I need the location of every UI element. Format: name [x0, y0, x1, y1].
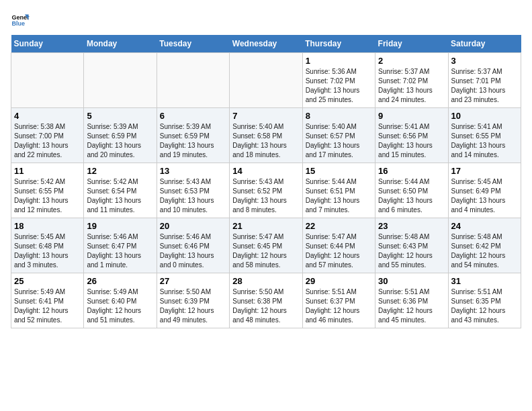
day-info: Sunrise: 5:51 AM Sunset: 6:37 PM Dayligh… — [306, 287, 372, 325]
day-info: Sunrise: 5:40 AM Sunset: 6:58 PM Dayligh… — [232, 122, 299, 160]
day-info: Sunrise: 5:43 AM Sunset: 6:52 PM Dayligh… — [232, 177, 299, 215]
calendar-cell: 8Sunrise: 5:40 AM Sunset: 6:57 PM Daylig… — [302, 108, 375, 163]
weekday-header-wednesday: Wednesday — [230, 35, 302, 53]
day-number: 10 — [451, 111, 518, 121]
day-info: Sunrise: 5:42 AM Sunset: 6:55 PM Dayligh… — [14, 177, 81, 215]
day-number: 30 — [378, 276, 445, 286]
day-number: 6 — [160, 111, 226, 121]
calendar-table: SundayMondayTuesdayWednesdayThursdayFrid… — [11, 35, 521, 328]
calendar-cell: 7Sunrise: 5:40 AM Sunset: 6:58 PM Daylig… — [230, 108, 302, 163]
calendar-cell: 23Sunrise: 5:48 AM Sunset: 6:43 PM Dayli… — [375, 218, 448, 273]
weekday-header-thursday: Thursday — [302, 35, 375, 53]
calendar-cell: 26Sunrise: 5:49 AM Sunset: 6:40 PM Dayli… — [84, 273, 157, 328]
logo-icon: General Blue — [11, 11, 30, 30]
day-number: 11 — [14, 166, 81, 176]
calendar-cell: 18Sunrise: 5:45 AM Sunset: 6:48 PM Dayli… — [11, 218, 84, 273]
day-number: 13 — [160, 166, 226, 176]
day-info: Sunrise: 5:38 AM Sunset: 7:00 PM Dayligh… — [14, 122, 81, 160]
day-info: Sunrise: 5:45 AM Sunset: 6:48 PM Dayligh… — [14, 232, 81, 270]
day-info: Sunrise: 5:36 AM Sunset: 7:02 PM Dayligh… — [306, 67, 372, 105]
calendar-cell: 30Sunrise: 5:51 AM Sunset: 6:36 PM Dayli… — [375, 273, 448, 328]
calendar-week-row: 4Sunrise: 5:38 AM Sunset: 7:00 PM Daylig… — [11, 108, 521, 163]
day-number: 27 — [160, 276, 226, 286]
calendar-cell: 3Sunrise: 5:37 AM Sunset: 7:01 PM Daylig… — [448, 53, 521, 108]
day-info: Sunrise: 5:39 AM Sunset: 6:59 PM Dayligh… — [160, 122, 226, 160]
day-number: 14 — [232, 166, 299, 176]
calendar-cell: 13Sunrise: 5:43 AM Sunset: 6:53 PM Dayli… — [157, 163, 229, 218]
day-info: Sunrise: 5:51 AM Sunset: 6:36 PM Dayligh… — [378, 287, 445, 325]
day-info: Sunrise: 5:46 AM Sunset: 6:47 PM Dayligh… — [87, 232, 153, 270]
day-info: Sunrise: 5:48 AM Sunset: 6:43 PM Dayligh… — [378, 232, 445, 270]
day-number: 1 — [306, 56, 372, 66]
day-number: 23 — [378, 221, 445, 231]
calendar-cell — [230, 53, 302, 108]
day-info: Sunrise: 5:39 AM Sunset: 6:59 PM Dayligh… — [87, 122, 153, 160]
day-info: Sunrise: 5:46 AM Sunset: 6:46 PM Dayligh… — [160, 232, 226, 270]
calendar-cell — [11, 53, 84, 108]
calendar-cell: 29Sunrise: 5:51 AM Sunset: 6:37 PM Dayli… — [302, 273, 375, 328]
day-number: 24 — [451, 221, 518, 231]
day-number: 28 — [232, 276, 299, 286]
calendar-cell: 9Sunrise: 5:41 AM Sunset: 6:56 PM Daylig… — [375, 108, 448, 163]
day-number: 29 — [306, 276, 372, 286]
day-number: 20 — [160, 221, 226, 231]
calendar-cell: 12Sunrise: 5:42 AM Sunset: 6:54 PM Dayli… — [84, 163, 157, 218]
calendar-cell: 19Sunrise: 5:46 AM Sunset: 6:47 PM Dayli… — [84, 218, 157, 273]
day-info: Sunrise: 5:50 AM Sunset: 6:39 PM Dayligh… — [160, 287, 226, 325]
calendar-header: SundayMondayTuesdayWednesdayThursdayFrid… — [11, 35, 521, 53]
calendar-cell: 11Sunrise: 5:42 AM Sunset: 6:55 PM Dayli… — [11, 163, 84, 218]
calendar-cell: 4Sunrise: 5:38 AM Sunset: 7:00 PM Daylig… — [11, 108, 84, 163]
day-number: 19 — [87, 221, 153, 231]
calendar-week-row: 18Sunrise: 5:45 AM Sunset: 6:48 PM Dayli… — [11, 218, 521, 273]
calendar-cell — [157, 53, 229, 108]
calendar-week-row: 25Sunrise: 5:49 AM Sunset: 6:41 PM Dayli… — [11, 273, 521, 328]
calendar-cell: 20Sunrise: 5:46 AM Sunset: 6:46 PM Dayli… — [157, 218, 229, 273]
calendar-cell: 16Sunrise: 5:44 AM Sunset: 6:50 PM Dayli… — [375, 163, 448, 218]
calendar-cell: 28Sunrise: 5:50 AM Sunset: 6:38 PM Dayli… — [230, 273, 302, 328]
day-info: Sunrise: 5:42 AM Sunset: 6:54 PM Dayligh… — [87, 177, 153, 215]
calendar-cell: 21Sunrise: 5:47 AM Sunset: 6:45 PM Dayli… — [230, 218, 302, 273]
day-info: Sunrise: 5:49 AM Sunset: 6:40 PM Dayligh… — [87, 287, 153, 325]
day-info: Sunrise: 5:48 AM Sunset: 6:42 PM Dayligh… — [451, 232, 518, 270]
day-number: 26 — [87, 276, 153, 286]
day-info: Sunrise: 5:37 AM Sunset: 7:01 PM Dayligh… — [451, 67, 518, 105]
day-info: Sunrise: 5:50 AM Sunset: 6:38 PM Dayligh… — [232, 287, 299, 325]
day-number: 18 — [14, 221, 81, 231]
day-info: Sunrise: 5:49 AM Sunset: 6:41 PM Dayligh… — [14, 287, 81, 325]
weekday-header-friday: Friday — [375, 35, 448, 53]
calendar-cell: 25Sunrise: 5:49 AM Sunset: 6:41 PM Dayli… — [11, 273, 84, 328]
day-number: 21 — [232, 221, 299, 231]
calendar-cell: 10Sunrise: 5:41 AM Sunset: 6:55 PM Dayli… — [448, 108, 521, 163]
logo: General Blue — [11, 11, 32, 30]
day-number: 25 — [14, 276, 81, 286]
calendar-cell: 5Sunrise: 5:39 AM Sunset: 6:59 PM Daylig… — [84, 108, 157, 163]
calendar-cell: 22Sunrise: 5:47 AM Sunset: 6:44 PM Dayli… — [302, 218, 375, 273]
day-number: 2 — [378, 56, 445, 66]
weekday-row: SundayMondayTuesdayWednesdayThursdayFrid… — [11, 35, 521, 53]
day-info: Sunrise: 5:37 AM Sunset: 7:02 PM Dayligh… — [378, 67, 445, 105]
day-info: Sunrise: 5:51 AM Sunset: 6:35 PM Dayligh… — [451, 287, 518, 325]
svg-text:Blue: Blue — [11, 20, 25, 27]
day-number: 3 — [451, 56, 518, 66]
day-number: 9 — [378, 111, 445, 121]
calendar-cell: 31Sunrise: 5:51 AM Sunset: 6:35 PM Dayli… — [448, 273, 521, 328]
day-info: Sunrise: 5:47 AM Sunset: 6:45 PM Dayligh… — [232, 232, 299, 270]
calendar-cell: 1Sunrise: 5:36 AM Sunset: 7:02 PM Daylig… — [302, 53, 375, 108]
day-number: 22 — [306, 221, 372, 231]
day-number: 31 — [451, 276, 518, 286]
day-number: 4 — [14, 111, 81, 121]
day-info: Sunrise: 5:47 AM Sunset: 6:44 PM Dayligh… — [306, 232, 372, 270]
day-number: 8 — [306, 111, 372, 121]
day-info: Sunrise: 5:41 AM Sunset: 6:56 PM Dayligh… — [378, 122, 445, 160]
page-header: General Blue — [11, 11, 521, 30]
calendar-cell: 17Sunrise: 5:45 AM Sunset: 6:49 PM Dayli… — [448, 163, 521, 218]
calendar-cell: 15Sunrise: 5:44 AM Sunset: 6:51 PM Dayli… — [302, 163, 375, 218]
calendar-cell — [84, 53, 157, 108]
calendar-cell: 27Sunrise: 5:50 AM Sunset: 6:39 PM Dayli… — [157, 273, 229, 328]
day-number: 7 — [232, 111, 299, 121]
calendar-cell: 6Sunrise: 5:39 AM Sunset: 6:59 PM Daylig… — [157, 108, 229, 163]
day-number: 15 — [306, 166, 372, 176]
calendar-week-row: 11Sunrise: 5:42 AM Sunset: 6:55 PM Dayli… — [11, 163, 521, 218]
day-info: Sunrise: 5:40 AM Sunset: 6:57 PM Dayligh… — [306, 122, 372, 160]
weekday-header-sunday: Sunday — [11, 35, 84, 53]
